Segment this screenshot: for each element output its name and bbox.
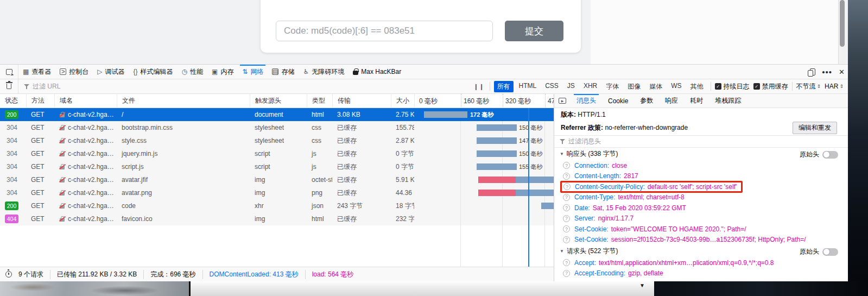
help-icon[interactable]: ? [563, 162, 570, 169]
devtools-tab-性能[interactable]: ◷性能 [178, 65, 207, 79]
table-row[interactable]: 200GETc-chat-v2.hga…/documenthtml3.08 KB… [0, 108, 554, 121]
request-headers-section[interactable]: ▼ 请求头 (522 字节) 原始头 [554, 245, 848, 257]
column-waterfall[interactable]: 0 毫秒 160 毫秒 320 毫秒 479 毫秒 [414, 94, 554, 108]
url-filter-input[interactable] [33, 83, 195, 90]
devtools-tab-无障碍环境[interactable]: ♿无障碍环境 [299, 65, 349, 79]
column-cause[interactable]: 触发源头 [250, 94, 307, 108]
waterfall-gridline [502, 108, 503, 267]
page-scrollbar-thumb[interactable] [840, 0, 845, 47]
devtools-tab-查看器[interactable]: ▦查看器 [18, 65, 55, 79]
details-tab-Cookie[interactable]: Cookie [602, 94, 634, 108]
request-headers-list: ?Accept:text/html,application/xhtml+xm…p… [554, 257, 848, 279]
type-filter-媒体[interactable]: 媒体 [646, 81, 666, 92]
meatball-menu-icon[interactable]: ••• [822, 70, 832, 75]
table-row[interactable]: 304GETc-chat-v2.hga…avatar.jfifimgoctet-… [0, 173, 554, 186]
headers-filter-row: 过滤消息头 [554, 135, 848, 148]
page-scrollbar[interactable] [838, 0, 845, 64]
code-input[interactable] [276, 21, 493, 41]
table-row[interactable]: 304GETc-chat-v2.hga…avatar.pngimgpng已缓存4… [0, 186, 554, 199]
status-cell: 304 [0, 173, 26, 186]
disable-cache-checkbox[interactable]: ✓ 禁用缓存 [753, 82, 788, 91]
header-value: token="WELCOME TO HGAME 2020."; Path=/ [611, 225, 746, 233]
type-filter-XHR[interactable]: XHR [580, 81, 600, 92]
column-status[interactable]: 状态 [0, 94, 26, 108]
help-icon[interactable]: ? [563, 270, 570, 277]
header-name: Content-Security-Policy: [575, 183, 645, 191]
type-filter-其他[interactable]: 其他 [687, 81, 707, 92]
headers-filter-placeholder[interactable]: 过滤消息头 [568, 137, 601, 146]
help-icon[interactable]: ? [563, 173, 570, 180]
table-row[interactable]: 404GETc-chat-v2.hga…favicon.icoimghtml已缓… [0, 212, 554, 225]
header-name: Accept: [574, 259, 596, 267]
pick-element-button[interactable] [0, 65, 18, 79]
type-filter-字体[interactable]: 字体 [603, 81, 622, 92]
file-cell: / [117, 108, 250, 121]
type-cell: js [307, 147, 332, 160]
type-filter-图像[interactable]: 图像 [624, 81, 644, 92]
raw-headers-toggle[interactable] [822, 151, 838, 159]
help-icon[interactable]: ? [563, 194, 570, 201]
collapse-triangle-icon: ▼ [560, 152, 564, 156]
table-row[interactable]: 304GETc-chat-v2.hga…style.cssstylesheetc… [0, 134, 554, 147]
help-icon[interactable]: ? [563, 225, 570, 232]
column-domain[interactable]: 域名 [54, 94, 117, 108]
method-cell: GET [26, 134, 54, 147]
response-headers-section[interactable]: ▼ 响应头 (338 字节) 原始头 [554, 148, 848, 160]
type-filter-CSS[interactable]: CSS [542, 81, 562, 92]
header-row: ?Accept:text/html,application/xhtml+xm…p… [554, 257, 848, 268]
help-icon[interactable]: ? [563, 204, 570, 211]
column-method[interactable]: 方法 [26, 94, 54, 108]
devtools-tab-调试器[interactable]: ▷调试器 [93, 65, 129, 79]
type-filter-所有[interactable]: 所有 [494, 81, 514, 92]
domain-cell: c-chat-v2.hga… [54, 108, 117, 121]
request-table-header: 状态 方法 域名 文件 触发源头 类型 传输 大小 0 毫秒 160 毫秒 32… [0, 94, 554, 108]
request-count: 9 个请求 [12, 270, 50, 279]
chat-form-card: 发送 清屏 提交 [261, 0, 581, 53]
column-type[interactable]: 类型 [307, 94, 332, 108]
devtools-tab-内存[interactable]: ▣内存 [207, 65, 238, 79]
devtools-tab-Max HacKBar[interactable]: Max HacKBar [349, 65, 406, 79]
throttling-select[interactable]: 不节流 ⇕ [796, 82, 821, 91]
details-tab-堆栈跟踪[interactable]: 堆栈跟踪 [709, 94, 747, 108]
devtools-tab-样式编辑器[interactable]: {}样式编辑器 [129, 65, 178, 79]
column-file[interactable]: 文件 [117, 94, 250, 108]
waterfall-bar [424, 111, 467, 118]
details-tab-消息头[interactable]: 消息头 [571, 94, 602, 108]
devtools-tabs: ▦查看器>控制台▷调试器{}样式编辑器◷性能▣内存⇅网络▤存储♿无障碍环境Max… [18, 65, 406, 79]
column-transferred[interactable]: 传输 [332, 94, 391, 108]
help-icon[interactable]: ? [563, 236, 570, 243]
raw-headers-toggle[interactable] [822, 248, 838, 256]
status-code: 304 [5, 137, 17, 144]
expand-details-button[interactable]: ▶ [554, 94, 571, 108]
table-row[interactable]: 304GETc-chat-v2.hga…jquery.min.jsscriptj… [0, 147, 554, 160]
devtools-tab-网络[interactable]: ⇅网络 [238, 65, 268, 79]
close-devtools-icon[interactable]: ✕ [839, 68, 845, 76]
table-row[interactable]: 304GETc-chat-v2.hga…bootstrap.min.csssty… [0, 121, 554, 134]
submit-button[interactable]: 提交 [505, 21, 563, 41]
help-icon[interactable]: ? [563, 259, 570, 266]
pause-icon[interactable]: ❙❙ [473, 83, 484, 90]
devtools-panel: ▦查看器>控制台▷调试器{}样式编辑器◷性能▣内存⇅网络▤存储♿无障碍环境Max… [0, 64, 848, 281]
help-icon[interactable]: ? [563, 183, 571, 190]
column-size[interactable]: 大小 [391, 94, 414, 108]
details-tab-耗时[interactable]: 耗时 [684, 94, 709, 108]
devtools-tab-控制台[interactable]: >控制台 [55, 65, 93, 79]
size-cell: 0 字节 [391, 147, 414, 160]
stopwatch-icon[interactable] [5, 271, 12, 278]
edit-resend-button[interactable]: 编辑和重发 [793, 122, 837, 134]
har-select[interactable]: HAR ⇕ [825, 83, 844, 90]
status-cell: 304 [0, 134, 26, 147]
devtools-tab-存储[interactable]: ▤存储 [268, 65, 299, 79]
persist-log-checkbox[interactable]: ✓ 持续日志 [715, 82, 750, 91]
red-slash-icon [59, 203, 66, 209]
details-tab-响应[interactable]: 响应 [659, 94, 684, 108]
details-tab-参数[interactable]: 参数 [634, 94, 659, 108]
type-filter-JS[interactable]: JS [564, 81, 578, 92]
help-icon[interactable]: ? [563, 215, 570, 222]
responsive-design-icon[interactable] [810, 68, 815, 75]
table-row[interactable]: 304GETc-chat-v2.hga…script.jsscriptjs已缓存… [0, 160, 554, 173]
table-row[interactable]: 200GETc-chat-v2.hga…codexhrjson243 字节18 … [0, 199, 554, 212]
clear-requests-button[interactable] [0, 79, 18, 93]
type-filter-HTML[interactable]: HTML [516, 81, 540, 92]
type-filter-WS[interactable]: WS [668, 81, 685, 92]
